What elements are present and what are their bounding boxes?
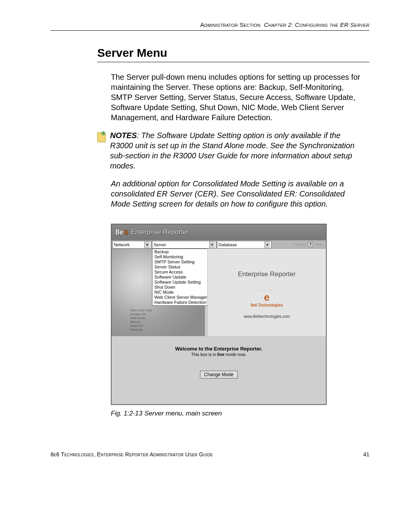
product-name: Enterprise Reporter (131, 228, 189, 236)
chevron-down-icon: ▼ (144, 241, 150, 248)
welcome-message: Welcome to the Enterprise Reporter. This… (140, 346, 298, 357)
bg-chart-labels: Sites User Cate Groups Gro Web Email Ban… (130, 308, 152, 332)
app-titlebar: 8e6 Enterprise Reporter (112, 224, 326, 240)
logo-e-icon: e (264, 292, 270, 302)
menu-network[interactable]: Network ▼ (112, 241, 151, 249)
splash-title: Enterprise Reporter (238, 270, 296, 278)
chevron-down-icon: ▼ (209, 241, 215, 248)
content-splash: Enterprise Reporter :::: :::: e 8e6 Tech… (207, 249, 326, 336)
notes-p1: : The Software Update Setting option is … (110, 131, 355, 170)
splash-tech: 8e6 Technologies (250, 303, 283, 307)
logout-link[interactable]: Logout (293, 242, 306, 247)
help-link[interactable]: Help (315, 242, 324, 247)
menu-database[interactable]: Database ▼ (217, 241, 271, 249)
splash-url: www.8e6technologies.com (244, 314, 290, 319)
notes-label: NOTES (110, 131, 137, 140)
page-header: Administrator Section Chapter 2: Configu… (51, 21, 369, 31)
brand-logo: 8e6 (116, 228, 128, 237)
figure-caption: Fig. 1:2-13 Server menu, main screen (111, 410, 327, 417)
change-mode-button[interactable]: Change Mode (200, 371, 238, 379)
chevron-down-icon: ▼ (264, 241, 270, 248)
app-window: 8e6 Enterprise Reporter Network ▼ Server… (111, 224, 327, 405)
welcome-line1: Welcome to the Enterprise Reporter. (140, 346, 298, 352)
note-icon (95, 131, 107, 143)
section-title: Server Menu (97, 46, 369, 62)
menu-server[interactable]: Server ▼ (152, 241, 216, 249)
page-footer: 8e6 Technologies, Enterprise Reporter Ad… (51, 451, 369, 457)
notes-text: NOTES: The Software Update Setting optio… (110, 130, 364, 171)
header-chapter: Chapter 2: Configuring the ER Server (264, 21, 369, 28)
footer-page-number: 41 (363, 451, 369, 457)
header-section: Administrator Section (200, 21, 261, 28)
intro-paragraph: The Server pull-down menu includes optio… (111, 72, 364, 123)
notes-p2: An additional option for Consolidated Mo… (111, 179, 364, 209)
footer-left: 8e6 Technologies, Enterprise Reporter Ad… (51, 451, 213, 457)
menubar: Network ▼ Server ▼ Database ▼ Logout ? H… (112, 240, 326, 249)
help-icon[interactable]: ? (308, 242, 313, 247)
